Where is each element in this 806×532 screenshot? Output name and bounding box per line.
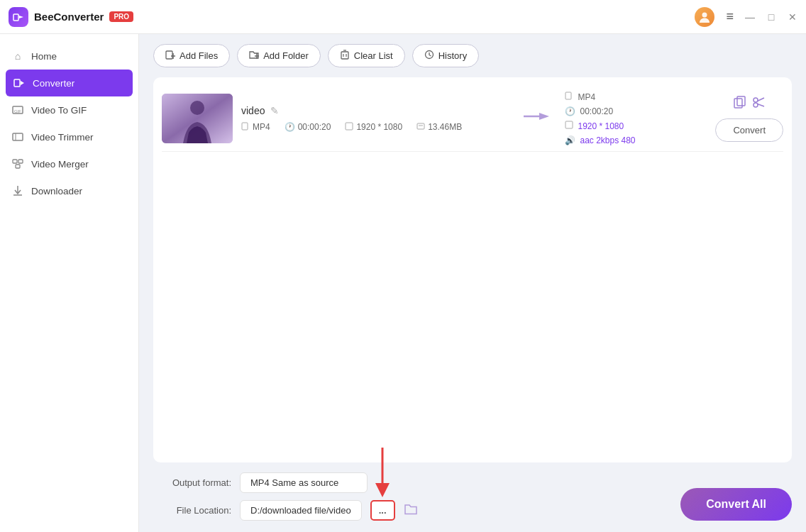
minimize-button[interactable]: —: [745, 12, 755, 22]
source-size: 13.46MB: [416, 122, 462, 133]
bottom-left: Output format: MP4 Same as source File L…: [153, 472, 418, 521]
downloader-icon: [11, 184, 24, 197]
svg-rect-35: [737, 96, 745, 106]
svg-rect-27: [346, 123, 353, 130]
toolbar: Add Files Add Folder Clear List History: [139, 34, 806, 77]
add-files-button[interactable]: Add Files: [153, 44, 230, 67]
sidebar-item-home[interactable]: ⌂ Home: [0, 43, 138, 70]
add-files-label: Add Files: [180, 50, 218, 61]
clear-list-button[interactable]: Clear List: [328, 44, 405, 67]
app-name: BeeConverter: [34, 11, 104, 23]
pro-badge: PRO: [109, 11, 133, 22]
table-row: video ✎ MP4 🕐 00:00:20: [162, 86, 783, 152]
svg-marker-41: [375, 483, 390, 497]
output-info: MP4 🕐 00:00:20 1920 * 1080 🔊 aa: [565, 92, 707, 145]
add-files-icon: [165, 50, 175, 62]
clear-list-label: Clear List: [354, 50, 393, 61]
resolution-icon: [345, 122, 353, 133]
svg-marker-4: [21, 81, 24, 85]
history-label: History: [438, 50, 467, 61]
browse-button[interactable]: ...: [370, 500, 395, 521]
history-icon: [424, 50, 434, 62]
file-name: video: [241, 105, 265, 116]
output-resolution-icon: [565, 121, 573, 131]
output-resolution-value: 1920 * 1080: [578, 121, 624, 131]
sidebar-item-trimmer-label: Video Trimmer: [31, 132, 94, 143]
output-audio-row: 🔊 aac 2kbps 480: [565, 135, 707, 145]
file-info: video ✎ MP4 🕐 00:00:20: [241, 105, 508, 133]
convert-button[interactable]: Convert: [715, 118, 783, 142]
scissors-icon[interactable]: [752, 96, 765, 111]
svg-rect-9: [13, 160, 17, 163]
output-audio-icon: 🔊: [565, 135, 575, 145]
maximize-button[interactable]: □: [766, 12, 776, 22]
clock-icon: 🕐: [285, 122, 295, 132]
user-avatar[interactable]: [695, 7, 714, 27]
svg-marker-31: [539, 113, 549, 120]
output-resolution-row: 1920 * 1080: [565, 121, 707, 131]
file-name-row: video ✎: [241, 105, 508, 116]
edit-icon[interactable]: ✎: [270, 105, 279, 116]
svg-rect-28: [417, 123, 424, 129]
svg-rect-32: [565, 92, 571, 99]
history-button[interactable]: History: [412, 44, 479, 67]
home-icon: ⌂: [11, 50, 24, 62]
source-resolution: 1920 * 1080: [345, 122, 402, 133]
svg-point-37: [753, 103, 758, 107]
file-location-value: D:/downloaded file/video: [240, 500, 362, 521]
output-format-value: MP4 Same as source: [240, 472, 368, 493]
svg-rect-7: [13, 133, 23, 140]
converter-icon: [13, 77, 26, 89]
browse-btn-container: ...: [370, 500, 395, 521]
source-resolution-value: 1920 * 1080: [356, 122, 402, 132]
file-meta: MP4 🕐 00:00:20 1920 * 1080: [241, 122, 508, 133]
clear-list-icon: [340, 50, 350, 62]
row-action-icons: [734, 96, 765, 111]
svg-rect-3: [14, 79, 20, 87]
sidebar-item-home-label: Home: [31, 51, 57, 62]
close-button[interactable]: ✕: [788, 12, 797, 22]
sidebar-item-converter-label: Converter: [33, 78, 74, 89]
row-actions: Convert: [715, 96, 783, 142]
source-duration-value: 00:00:20: [298, 122, 331, 132]
source-format-value: MP4: [253, 122, 270, 132]
add-folder-button[interactable]: Add Folder: [237, 44, 321, 67]
file-thumbnail: [162, 94, 233, 143]
svg-point-25: [190, 101, 204, 115]
add-folder-icon: [249, 50, 259, 62]
video-to-gif-icon: GIF: [11, 104, 24, 116]
convert-all-button[interactable]: Convert All: [680, 488, 792, 521]
file-location-label: File Location:: [153, 505, 231, 516]
output-duration-value: 00:00:20: [580, 106, 613, 116]
source-duration: 🕐 00:00:20: [285, 122, 331, 133]
svg-rect-34: [734, 99, 742, 108]
sidebar-item-downloader[interactable]: Downloader: [0, 177, 138, 204]
sidebar-item-videotogif-label: Video To GIF: [31, 105, 87, 116]
file-location-row: File Location: D:/downloaded file/video …: [153, 500, 418, 521]
svg-line-38: [758, 98, 765, 101]
menu-icon[interactable]: ≡: [726, 9, 734, 24]
sidebar-item-converter[interactable]: Converter: [6, 70, 133, 96]
output-format-value: MP4: [578, 92, 595, 102]
svg-rect-11: [16, 165, 20, 168]
svg-point-2: [702, 12, 707, 17]
convert-arrow: [517, 109, 556, 128]
size-icon: [416, 122, 425, 133]
output-clock-icon: 🕐: [565, 106, 575, 116]
svg-rect-0: [13, 14, 18, 21]
output-audio-value: aac 2kbps 480: [580, 135, 635, 145]
svg-text:GIF: GIF: [14, 109, 21, 113]
sidebar-item-video-merger[interactable]: Video Merger: [0, 150, 138, 177]
svg-rect-33: [565, 121, 573, 128]
app-logo: [9, 7, 28, 27]
sidebar-item-video-trimmer[interactable]: Video Trimmer: [0, 123, 138, 150]
output-format-label: Output format:: [153, 477, 231, 488]
main-layout: ⌂ Home Converter GIF Video To GIF Video …: [0, 34, 806, 532]
copy-settings-icon[interactable]: [734, 96, 746, 111]
video-merger-icon: [11, 157, 24, 170]
sidebar-item-video-to-gif[interactable]: GIF Video To GIF: [0, 96, 138, 123]
file-list-area: video ✎ MP4 🕐 00:00:20: [153, 77, 792, 462]
sidebar-item-downloader-label: Downloader: [31, 186, 82, 196]
format-icon: [241, 122, 250, 133]
folder-icon[interactable]: [404, 501, 418, 519]
